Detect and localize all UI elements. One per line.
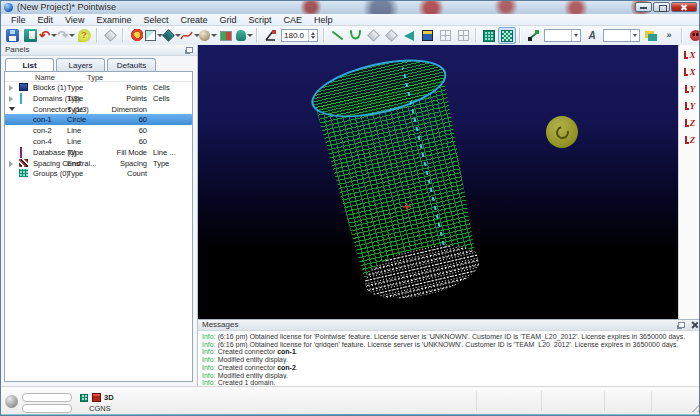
expander-icon[interactable] (9, 107, 15, 111)
title-bar[interactable]: (New Project)* Pointwise (1, 1, 700, 14)
view-plus-z-button[interactable]: Z (681, 116, 700, 129)
database-tool-button[interactable] (199, 27, 217, 44)
annotate-button[interactable]: A (583, 27, 601, 44)
maximize-button[interactable] (653, 2, 670, 12)
angle-icon (264, 29, 277, 42)
pan-button[interactable] (235, 27, 253, 44)
tree-cell: Points (101, 94, 147, 103)
save-button[interactable] (3, 27, 21, 44)
diamond-icon (367, 29, 380, 42)
menu-cae[interactable]: CAE (277, 15, 308, 25)
attributes-button[interactable] (127, 27, 145, 44)
select-mode-button[interactable] (101, 27, 119, 44)
tree-row-con-1[interactable]: con-1 Circle 60 (5, 114, 192, 125)
structured-grid-button[interactable] (480, 27, 498, 44)
assemble-button[interactable] (436, 27, 454, 44)
surface-tool2-button[interactable] (382, 27, 400, 44)
3d-viewport[interactable] (198, 45, 678, 319)
float-panel-icon[interactable] (678, 322, 685, 328)
menu-file[interactable]: File (5, 15, 32, 25)
annotation-combobox[interactable] (603, 29, 640, 42)
view-minus-z-button[interactable]: Z (681, 133, 700, 146)
expander-icon[interactable] (9, 96, 13, 102)
menu-examine[interactable]: Examine (90, 15, 137, 25)
close-icon[interactable] (690, 321, 698, 329)
tree-cell: Type (67, 148, 103, 157)
separator (323, 28, 325, 43)
tree-item-label: Blocks (1) (33, 83, 66, 92)
database-icon (20, 147, 22, 158)
block-tool-button[interactable] (145, 27, 163, 44)
axis-view-toolbar: X X Y Y Z Z (678, 45, 700, 319)
revolve-button[interactable] (400, 27, 418, 44)
open-button[interactable] (21, 27, 39, 44)
expander-icon[interactable] (9, 85, 13, 91)
undo-button[interactable]: ↶ (39, 27, 57, 44)
main-toolbar: ↶ ↷ ? 180.0 (1, 26, 700, 45)
minimize-button[interactable] (635, 2, 652, 12)
extrude-button[interactable] (418, 27, 436, 44)
spinner[interactable] (308, 30, 317, 41)
angle-measure-button[interactable] (261, 27, 279, 44)
status-bar: 3D CGNS (1, 386, 700, 414)
menu-grid[interactable]: Grid (213, 15, 242, 25)
axis-label: Z (690, 118, 696, 128)
view-plus-y-button[interactable]: Y (681, 82, 700, 95)
spinner[interactable] (630, 30, 639, 41)
menu-select[interactable]: Select (137, 15, 174, 25)
tree-row-blocks[interactable]: Blocks (1) Type Points Cells (5, 82, 192, 93)
tree-cell: Type (67, 169, 103, 178)
curve-button[interactable] (346, 27, 364, 44)
tab-defaults[interactable]: Defaults (107, 58, 156, 71)
tree-row-groups[interactable]: Groups (0) Type Count (5, 168, 192, 179)
chevron-down-icon[interactable] (247, 34, 253, 37)
layers-button[interactable] (642, 27, 660, 44)
toolbar-overflow-button[interactable]: » (660, 27, 678, 44)
menu-script[interactable]: Script (242, 15, 277, 25)
group-icon (19, 169, 28, 177)
menu-view[interactable]: View (59, 15, 90, 25)
close-button[interactable] (671, 2, 697, 12)
tree-row-spacing-constraints[interactable]: Spacing Constrai... End Spacing Type (5, 158, 192, 169)
tab-layers[interactable]: Layers (56, 58, 105, 71)
tree-row-con-2[interactable]: con-2 Line 60 (5, 125, 192, 136)
tree-row-con-4[interactable]: con-4 Line 60 (5, 136, 192, 147)
status-sphere-icon[interactable] (5, 395, 18, 408)
view-plus-x-button[interactable]: X (681, 48, 700, 61)
view-minus-x-button[interactable]: X (681, 65, 700, 78)
surface-tool-button[interactable] (364, 27, 382, 44)
join-connector-button[interactable] (524, 27, 542, 44)
layer-combobox[interactable] (544, 29, 581, 42)
mask-button[interactable] (686, 27, 700, 44)
angle-combobox[interactable]: 180.0 (281, 29, 318, 42)
resize-grip[interactable] (689, 402, 699, 412)
tree-row-database[interactable]: Database (0) Type Fill Mode Line ... (5, 147, 192, 158)
panels-pane: Panels List Layers Defaults Name Type Bl… (1, 45, 198, 386)
menu-create[interactable]: Create (174, 15, 213, 25)
float-panel-icon[interactable] (186, 47, 193, 53)
menu-edit[interactable]: Edit (32, 15, 60, 25)
two-point-curve-button[interactable] (328, 27, 346, 44)
log-line: Info:Modified entity display. (202, 372, 697, 380)
connector-tool-button[interactable] (181, 27, 199, 44)
messages-header[interactable]: Messages (198, 320, 700, 331)
redo-button[interactable]: ↷ (57, 27, 75, 44)
assemble2-button[interactable] (454, 27, 472, 44)
spinner[interactable] (571, 30, 580, 41)
unstructured-grid-button[interactable] (498, 27, 516, 44)
separator (475, 28, 477, 43)
help-button[interactable]: ? (75, 27, 93, 44)
status-field-1[interactable] (22, 393, 72, 402)
cylinder-mesh[interactable] (314, 73, 485, 288)
tab-list[interactable]: List (5, 58, 54, 71)
display-attributes-button[interactable] (217, 27, 235, 44)
status-field-2[interactable] (22, 404, 72, 413)
separator (604, 391, 605, 411)
menu-help[interactable]: Help (308, 15, 339, 25)
expander-icon[interactable] (9, 161, 13, 167)
view-minus-y-button[interactable]: Y (681, 99, 700, 112)
tree-row-domains[interactable]: Domains (1/3) Type Points Cells (5, 93, 192, 104)
domain-tool-button[interactable] (163, 27, 181, 44)
column-name: Name (35, 73, 55, 82)
tree-row-connectors[interactable]: Connectors (1/3) Type Dimension (5, 104, 192, 115)
